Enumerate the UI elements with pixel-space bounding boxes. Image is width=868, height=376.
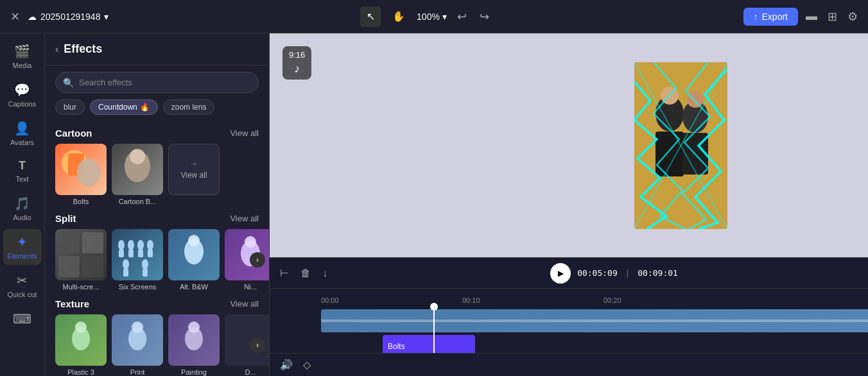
effects-scroll[interactable]: Cartoon View all Bolts [45,121,269,376]
filter-tag-blur[interactable]: blur [55,99,85,115]
sidebar-item-audio[interactable]: 🎵 Audio [3,191,42,226]
preview-video [634,62,727,229]
texture-grid: Plastic 3 Print [55,314,259,376]
svg-point-19 [142,259,148,269]
play-btn[interactable]: ▶ [550,263,571,284]
svg-point-32 [132,321,143,333]
aspect-ratio: 9:16 [289,50,305,60]
sidebar-item-media[interactable]: 🎬 Media [3,38,42,74]
texture-view-all-btn[interactable]: View all [230,299,259,309]
settings-btn[interactable]: ⚙ [845,7,860,26]
svg-point-26 [245,236,256,248]
keyframe-btn[interactable]: ◇ [300,356,313,373]
effects-track-1: Bolts [321,335,868,353]
bolts-clip[interactable]: Bolts [383,335,475,353]
layout-1-btn[interactable]: ▬ [803,7,820,26]
toolbar-right: ↑ Export ▬ ⊞ ⚙ [743,7,860,26]
filter-tag-countdown[interactable]: Countdown 🔥 [90,99,158,115]
svg-rect-45 [321,320,868,322]
svg-point-4 [130,149,145,164]
video-content-svg [634,62,727,229]
trim-tool-btn[interactable]: ⊢ [277,264,291,282]
cartoon-grid: Bolts Cartoon B... → View all [55,144,259,205]
search-bar-container: 🔍 [55,72,259,93]
split-scroll-right-btn[interactable]: › [250,252,265,268]
svg-rect-39 [655,132,684,176]
six-screens-thumb [112,229,163,280]
multi-screen-label: Multi-scre... [55,283,107,291]
split-section-header: Split View all [55,213,259,224]
cartoon-view-all-btn[interactable]: View all [230,128,259,138]
effect-bolts[interactable]: Bolts [55,144,107,205]
playhead[interactable] [433,307,435,353]
cartoon-b-label: Cartoon B... [112,198,163,205]
capcut-logo-btn[interactable]: ✕ [8,7,22,26]
effect-multi-screen[interactable]: Multi-scre... [55,229,107,291]
volume-btn[interactable]: 🔊 [277,356,295,373]
view-all-text: View all [180,171,207,180]
svg-rect-10 [119,250,124,257]
cartoon-section-header: Cartoon View all [55,128,259,139]
painting-thumb [168,314,220,366]
pointer-tool-btn[interactable]: ↖ [360,6,381,27]
panel-title: Effects [64,42,102,56]
delete-clip-btn[interactable]: 🗑 [298,265,313,282]
effect-plastic3[interactable]: Plastic 3 [55,314,107,376]
main-layout: 🎬 Media 💬 Captions 👤 Avatars T Text 🎵 Au… [0,33,868,376]
texture-scroll-right-btn[interactable]: › [250,338,265,353]
svg-rect-18 [123,269,128,277]
sidebar-item-captions[interactable]: 💬 Captions [3,77,42,113]
redo-btn[interactable]: ↪ [477,7,492,26]
export-btn[interactable]: ↑ Export [743,8,798,26]
svg-rect-12 [128,250,134,257]
svg-rect-16 [148,250,153,257]
effect-print[interactable]: Print [112,314,163,376]
preview-area: 9:16 ♪ [270,33,868,376]
sidebar-item-text[interactable]: T Text [3,154,42,188]
bolts-label: Bolts [55,198,107,205]
layout-2-btn[interactable]: ⊞ [825,7,840,26]
bolts-clip-label: Bolts [388,342,405,351]
blur-tag-label: blur [64,103,76,112]
sidebar-item-quick-cut[interactable]: ✂ Quick cut [3,268,42,303]
time-total: 00:09:01 [638,268,678,278]
sidebar-item-elements[interactable]: ✦ Elements [3,229,42,265]
hand-tool-btn[interactable]: ✋ [388,6,409,27]
bottom-toolbar: 🔊 ◇ [270,353,868,376]
svg-rect-20 [143,269,148,277]
audio-label: Audio [13,214,31,221]
svg-rect-8 [82,256,103,277]
timeline-ruler: 00:00 00:10 00:20 [270,289,868,307]
download-btn[interactable]: ↓ [320,265,330,282]
sidebar-item-keyboard[interactable]: ⌨ [3,306,42,332]
project-name: 202501291948 [40,12,100,22]
elements-label: Elements [8,252,37,260]
split-view-all-btn[interactable]: View all [230,214,259,223]
svg-rect-7 [58,256,80,277]
split-grid: Multi-scre... [55,229,259,291]
alt-bw-label: Alt. B&W [168,283,220,291]
main-clip[interactable] [321,309,868,332]
undo-btn[interactable]: ↩ [455,7,469,26]
filter-tags: blur Countdown 🔥 zoom lens [45,99,269,121]
zoom-value: 100% [417,12,440,22]
effect-alt-bw[interactable]: Alt. B&W [168,229,220,291]
back-btn[interactable]: ‹ [55,44,58,55]
effect-six-screens[interactable]: Six Screens [112,229,163,291]
svg-point-35 [188,321,200,333]
effect-painting[interactable]: Painting [168,314,220,376]
time-separator: | [625,268,630,278]
cartoon-view-all-box[interactable]: → View all [168,144,220,195]
current-time: 00:05:09 | 00:09:01 [577,268,678,278]
text-icon: T [19,159,26,173]
filter-tag-zoom-lens[interactable]: zoom lens [163,99,215,115]
captions-icon: 💬 [14,82,30,98]
ruler-mark-20: 00:20 [603,296,621,304]
sidebar-item-avatars[interactable]: 👤 Avatars [3,115,42,151]
panel-header: ‹ Effects [45,33,269,65]
audio-icon: 🎵 [14,196,30,211]
search-input[interactable] [55,72,259,93]
tiktok-icon: ♪ [289,62,305,76]
zoom-control[interactable]: 100% ▾ [417,12,447,22]
effect-cartoon-b[interactable]: Cartoon B... [112,144,163,205]
